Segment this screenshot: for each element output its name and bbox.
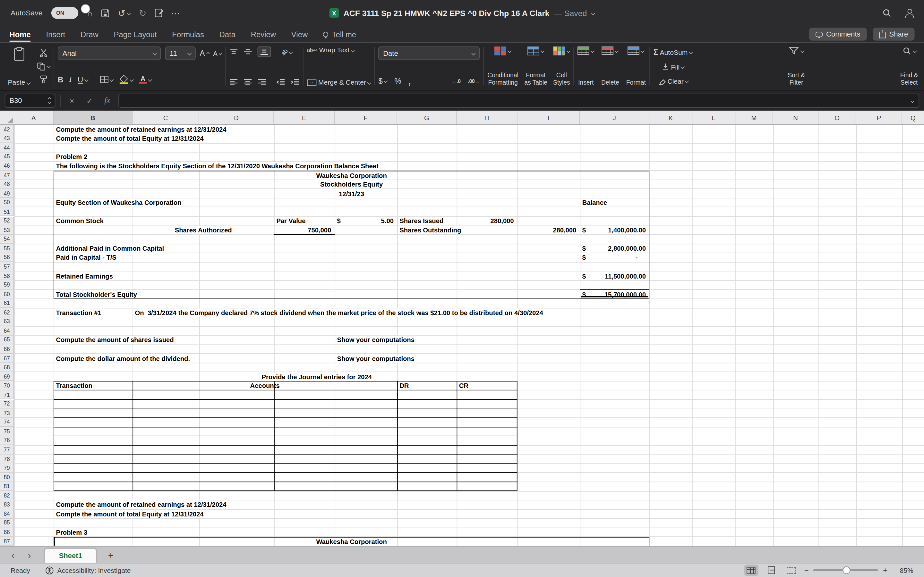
cell-B47[interactable]: Waukesha Corporation (53, 171, 649, 180)
comma-button[interactable]: , (409, 76, 411, 86)
sheet-nav-right-icon[interactable]: › (23, 549, 37, 563)
cell-J53[interactable]: 1,400,000.00 (580, 226, 649, 235)
autosum-button[interactable]: ΣAutoSum (654, 48, 692, 57)
row-header-54[interactable]: 54 (0, 235, 14, 244)
cell-B84[interactable]: Compte the amount of total Equity at 12/… (53, 509, 132, 519)
row-header-78[interactable]: 78 (0, 455, 14, 464)
cell-B62[interactable]: Transaction #1 (53, 308, 132, 318)
row-header-50[interactable]: 50 (0, 198, 14, 207)
cell-I53[interactable]: 280,000 (517, 226, 580, 235)
row-header-42[interactable]: 42 (0, 125, 14, 134)
tab-home[interactable]: Home (9, 26, 31, 42)
orientation-button[interactable]: ab (281, 49, 292, 55)
row-header-55[interactable]: 55 (0, 244, 14, 253)
decrease-font-button[interactable]: A (213, 50, 221, 57)
row-header-85[interactable]: 85 (0, 518, 14, 528)
column-header-K[interactable]: K (649, 111, 692, 124)
share-button[interactable]: Share (873, 27, 914, 40)
sheet-nav-left-icon[interactable]: ‹ (6, 549, 20, 563)
fill-button[interactable]: Fill (654, 63, 692, 71)
more-commands-icon[interactable]: ⋯ (171, 9, 180, 18)
row-header-86[interactable]: 86 (0, 528, 14, 537)
cell-B52[interactable]: Common Stock (53, 216, 132, 226)
cell-B42[interactable]: Compute the amount of retained earnings … (53, 125, 132, 134)
cell-B46[interactable]: The following is the Stockholders Equity… (53, 161, 132, 171)
row-header-83[interactable]: 83 (0, 500, 14, 509)
formula-bar-expand-icon[interactable] (911, 99, 915, 103)
column-header-N[interactable]: N (773, 111, 819, 124)
cell-B60[interactable]: Total Stockholder's Equity (53, 290, 132, 299)
align-top-button[interactable] (229, 48, 238, 55)
row-header-75[interactable]: 75 (0, 427, 14, 436)
cell-B87[interactable]: Waukesha Corporation (53, 537, 649, 546)
zoom-slider[interactable] (813, 569, 878, 571)
increase-decimal-button[interactable]: .00→ (468, 78, 480, 84)
cell-H52[interactable]: 280,000 (457, 216, 517, 226)
tab-draw[interactable]: Draw (81, 26, 99, 42)
font-size-select[interactable]: 11 (165, 47, 196, 60)
increase-font-button[interactable]: A (200, 49, 209, 58)
page-layout-view-button[interactable] (764, 564, 779, 576)
increase-indent-button[interactable] (290, 78, 299, 86)
row-header-47[interactable]: 47 (0, 171, 14, 180)
row-header-46[interactable]: 46 (0, 161, 14, 171)
column-header-F[interactable]: F (334, 111, 397, 124)
align-left-button[interactable] (229, 78, 238, 86)
column-header-C[interactable]: C (132, 111, 199, 124)
row-header-84[interactable]: 84 (0, 509, 14, 519)
decrease-indent-button[interactable] (276, 78, 285, 86)
formula-input[interactable] (118, 93, 919, 108)
cell-B86[interactable]: Problem 3 (53, 528, 132, 537)
tab-tell-me[interactable]: Tell me (323, 26, 356, 42)
insert-cells-button[interactable]: Insert (577, 47, 594, 86)
redo-icon[interactable]: ↻ (139, 9, 146, 18)
spreadsheet-grid[interactable]: ABCDEFGHIJKLMNOPQ 4243444546474849505152… (0, 111, 924, 546)
tab-review[interactable]: Review (251, 26, 276, 42)
tab-data[interactable]: Data (220, 26, 236, 42)
normal-view-button[interactable] (744, 564, 758, 576)
row-header-63[interactable]: 63 (0, 317, 14, 326)
cancel-entry-icon[interactable]: × (65, 96, 78, 105)
save-icon[interactable] (102, 9, 109, 17)
row-header-45[interactable]: 45 (0, 152, 14, 161)
cell-G53[interactable]: Shares Outstanding (397, 226, 457, 235)
sheet-tab-sheet1[interactable]: Sheet1 (45, 549, 96, 563)
cell-F52[interactable]: 5.00 (334, 216, 397, 226)
row-header-43[interactable]: 43 (0, 134, 14, 143)
autosave-toggle[interactable]: ON (51, 7, 78, 19)
cell-C70[interactable]: Accounts (132, 381, 397, 390)
row-header-71[interactable]: 71 (0, 390, 14, 400)
row-header-79[interactable]: 79 (0, 464, 14, 473)
sort-filter-button[interactable]: Sort &Filter (788, 47, 805, 86)
cell-F67[interactable]: Show your computations (334, 354, 397, 363)
cell-B55[interactable]: Additional Paid in Common Capital (53, 244, 132, 253)
cell-B56[interactable]: Paid in Capital - T/S (53, 253, 132, 262)
percent-button[interactable]: % (395, 77, 401, 85)
decrease-decimal-button[interactable]: ←.0 (451, 78, 461, 84)
row-header-64[interactable]: 64 (0, 326, 14, 335)
cell-B70[interactable]: Transaction (53, 381, 132, 390)
quick-edit-icon[interactable] (155, 9, 162, 17)
row-header-77[interactable]: 77 (0, 445, 14, 455)
cell-styles-button[interactable]: CellStyles (553, 47, 570, 86)
cell-J55[interactable]: 2,800,000.00 (580, 244, 649, 253)
page-break-view-button[interactable] (784, 564, 798, 576)
zoom-in-icon[interactable]: + (883, 566, 887, 575)
number-format-select[interactable]: Date (379, 47, 480, 60)
cell-J50[interactable]: Balance (580, 198, 649, 207)
font-color-button[interactable]: A (139, 75, 152, 84)
row-header-49[interactable]: 49 (0, 189, 14, 198)
row-header-81[interactable]: 81 (0, 482, 14, 491)
format-as-table-button[interactable]: Formatas Table (524, 47, 547, 86)
row-header-65[interactable]: 65 (0, 335, 14, 345)
bold-button[interactable]: B (58, 75, 63, 84)
font-name-select[interactable]: Arial (58, 47, 161, 60)
cell-H70[interactable]: CR (457, 381, 517, 390)
tab-insert[interactable]: Insert (46, 26, 65, 42)
row-header-60[interactable]: 60 (0, 290, 14, 299)
cell-B49[interactable]: 12/31/23 (53, 189, 649, 198)
row-header-82[interactable]: 82 (0, 491, 14, 500)
cell-J58[interactable]: 11,500,000.00 (580, 271, 649, 280)
cell-J56[interactable]: - (580, 253, 649, 262)
column-header-J[interactable]: J (580, 111, 649, 124)
